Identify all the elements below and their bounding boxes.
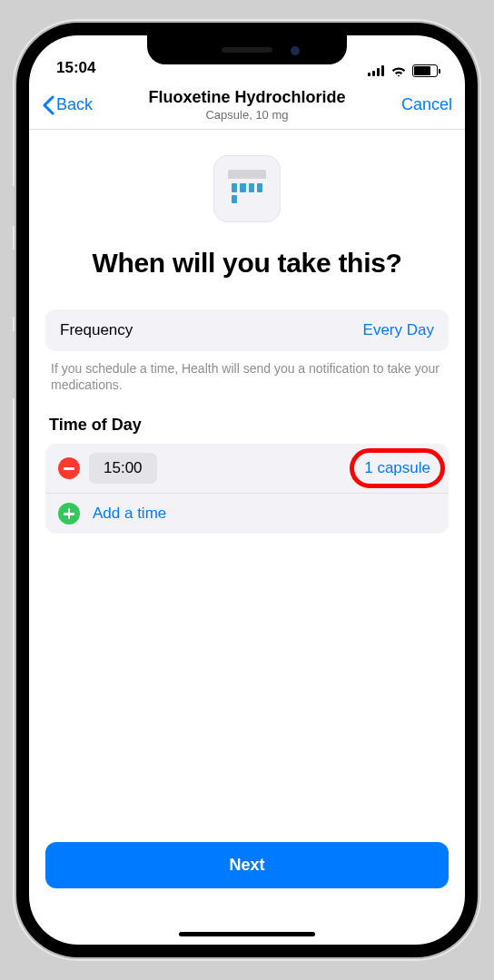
cellular-icon (368, 65, 385, 76)
nav-title: Fluoxetine Hydrochloride (114, 88, 380, 107)
svg-rect-2 (377, 68, 380, 76)
svg-rect-0 (368, 73, 370, 76)
cancel-button[interactable]: Cancel (380, 95, 452, 114)
back-button[interactable]: Back (42, 95, 114, 115)
nav-title-group: Fluoxetine Hydrochloride Capsule, 10 mg (114, 88, 380, 122)
page-heading: When will you take this? (45, 246, 449, 280)
frequency-row[interactable]: Frequency Every Day (45, 309, 449, 351)
frequency-label: Frequency (60, 321, 363, 339)
wifi-icon (390, 65, 407, 77)
nav-subtitle: Capsule, 10 mg (114, 108, 380, 122)
time-of-day-list: 15:00 1 capsule Add a time (45, 444, 449, 534)
screen: 15:04 Back Fluoxetine Hydrochloride (29, 35, 465, 945)
add-time-label: Add a time (93, 505, 166, 523)
svg-rect-3 (381, 65, 384, 76)
back-label: Back (56, 95, 93, 114)
nav-bar: Back Fluoxetine Hydrochloride Capsule, 1… (29, 81, 465, 130)
home-indicator[interactable] (179, 932, 315, 936)
time-entry-row: 15:00 1 capsule (45, 444, 449, 494)
frequency-value: Every Day (363, 321, 434, 339)
status-time: 15:04 (56, 59, 95, 77)
time-picker[interactable]: 15:00 (89, 453, 157, 484)
dose-button[interactable]: 1 capsule (359, 457, 436, 479)
notch (147, 35, 347, 64)
dose-label: 1 capsule (364, 459, 430, 476)
add-time-row[interactable]: Add a time (45, 494, 449, 534)
next-button[interactable]: Next (45, 842, 449, 888)
time-of-day-label: Time of Day (49, 416, 445, 435)
calendar-icon (213, 155, 281, 222)
svg-rect-1 (372, 71, 375, 76)
remove-time-button[interactable] (58, 457, 80, 479)
add-time-icon (58, 503, 80, 524)
hint-text: If you schedule a time, Health will send… (51, 360, 443, 395)
battery-icon (412, 64, 438, 77)
chevron-left-icon (42, 95, 54, 115)
phone-frame: 15:04 Back Fluoxetine Hydrochloride (16, 23, 478, 957)
